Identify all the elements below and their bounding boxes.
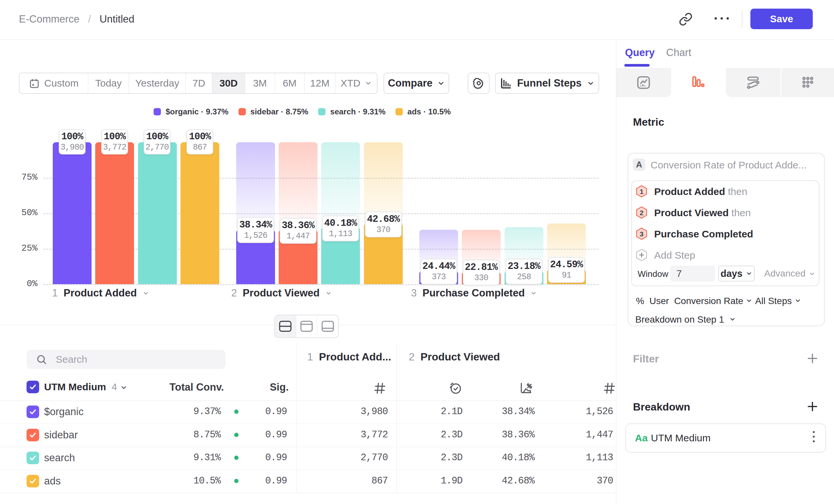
svg-text:2: 2 [640,209,643,216]
svg-text:1: 1 [640,188,643,195]
svg-text:3: 3 [640,230,643,238]
